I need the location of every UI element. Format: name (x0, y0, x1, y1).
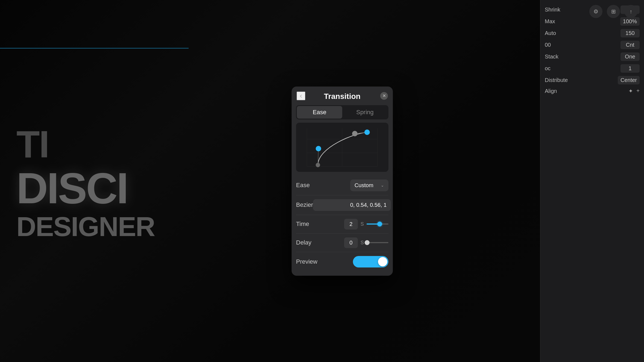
bezier-curve-area[interactable] (296, 123, 388, 172)
time-slider[interactable] (367, 223, 388, 225)
bezier-curve-svg (296, 123, 388, 172)
right-panel-value[interactable]: 1 (620, 64, 640, 73)
right-panel-value[interactable]: 150 (620, 29, 640, 37)
anchor-start (316, 163, 320, 167)
delay-value[interactable]: 0 (344, 237, 358, 248)
tab-ease[interactable]: Ease (297, 106, 342, 119)
preview-label: Preview (296, 258, 317, 265)
back-button[interactable]: ‹ (297, 92, 305, 100)
preview-row: Preview (296, 252, 388, 271)
ease-control: Custom ⌄ (350, 179, 388, 191)
time-unit: S (361, 221, 364, 227)
time-row: Time 2 S (296, 215, 388, 234)
align-icon-star[interactable]: ✦ (628, 88, 633, 94)
close-button[interactable]: ✕ (380, 92, 388, 100)
right-panel-label: oc (545, 65, 551, 72)
close-icon: ✕ (382, 93, 386, 98)
right-panel-label: Auto (545, 30, 556, 36)
ease-dropdown-value: Custom (355, 182, 373, 189)
right-panel-value[interactable]: Cnt (620, 41, 640, 49)
back-arrow-icon: ‹ (300, 92, 302, 100)
bezier-control (313, 199, 391, 211)
time-label: Time (296, 220, 309, 228)
right-panel-row-oc: oc 1 (545, 64, 640, 73)
right-panel-label: Stack (545, 54, 558, 60)
right-panel-value[interactable]: Center (618, 76, 640, 84)
bezier-input[interactable] (313, 199, 391, 211)
time-slider-wrapper (367, 223, 388, 225)
time-slider-thumb[interactable] (377, 222, 382, 226)
right-panel-label: 00 (545, 42, 551, 48)
delay-slider-thumb[interactable] (365, 240, 370, 245)
gear-icon-btn[interactable]: ⚙ (589, 5, 602, 18)
chevron-down-icon: ⌄ (381, 183, 384, 187)
share-icon: ↑ (630, 8, 632, 15)
delay-label: Delay (296, 239, 311, 246)
ease-row: Ease Custom ⌄ (296, 176, 388, 195)
anchor-end (364, 130, 370, 135)
share-icon-btn[interactable]: ↑ (624, 5, 637, 18)
right-panel-row-auto: Auto 150 (545, 29, 640, 37)
tab-switcher: Ease Spring (296, 105, 388, 119)
bezier-row: Bezier (296, 195, 388, 215)
right-panel-label: Distribute (545, 77, 568, 83)
delay-unit: S (361, 240, 364, 246)
grid-icon: ⊞ (611, 8, 616, 15)
transition-modal: ‹ Transition ✕ Ease Spring (292, 87, 393, 276)
gear-icon: ⚙ (593, 8, 598, 15)
ease-label: Ease (296, 182, 310, 189)
preview-control (353, 256, 388, 267)
tab-spring[interactable]: Spring (342, 106, 388, 119)
grid-icon-btn[interactable]: ⊞ (607, 5, 620, 18)
bezier-label: Bezier (296, 201, 313, 208)
right-panel-row-stack: Stack One (545, 52, 640, 61)
modal-title: Transition (324, 92, 361, 101)
time-control: 2 S (344, 219, 388, 229)
delay-control: 0 S (344, 237, 388, 248)
time-value[interactable]: 2 (344, 219, 358, 229)
align-icon-plus[interactable]: + (636, 88, 640, 94)
preview-toggle-thumb (378, 257, 387, 266)
preview-toggle[interactable] (353, 256, 388, 267)
control-point-2 (352, 131, 358, 136)
right-panel-label: Align (545, 88, 557, 94)
modal-header: ‹ Transition ✕ (292, 87, 393, 105)
ease-dropdown[interactable]: Custom ⌄ (350, 179, 388, 191)
right-panel-value[interactable]: One (620, 52, 640, 61)
delay-slider[interactable] (367, 242, 388, 243)
right-panel-row-align: Align ✦ + (545, 88, 640, 94)
control-point-1 (316, 146, 321, 151)
right-panel-row-distribute: Distribute Center (545, 76, 640, 84)
delay-row: Delay 0 S (296, 234, 388, 252)
right-panel-row-00: 00 Cnt (545, 41, 640, 49)
right-panel: Shrink On Max 100% Auto 150 00 Cnt Stack… (540, 0, 644, 362)
form-section: Ease Custom ⌄ Bezier Time 2 S (292, 176, 393, 276)
delay-slider-wrapper (367, 242, 388, 243)
top-icons: ⚙ ⊞ ↑ (540, 0, 644, 23)
